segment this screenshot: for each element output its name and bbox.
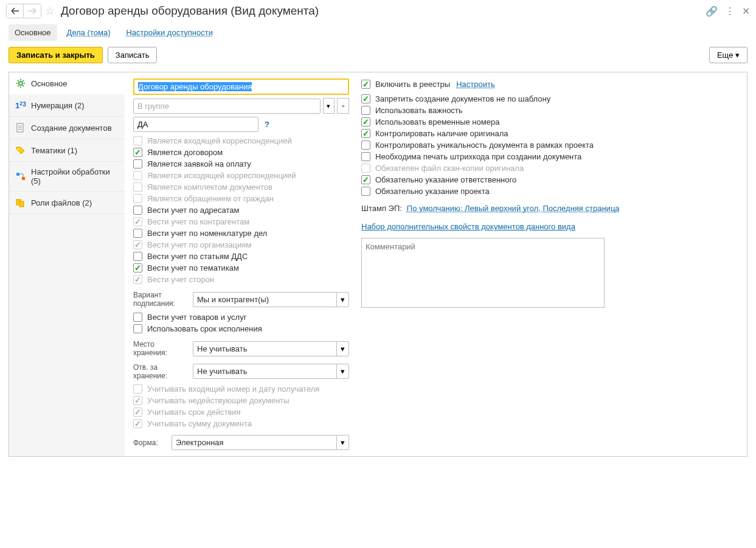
checkbox-label: Учитывать входящий номер и дату получате… [147, 384, 319, 394]
checkbox [133, 136, 142, 145]
sidebar: Основное123Нумерация (2)Создание докумен… [9, 72, 125, 456]
tab-access[interactable]: Настройки доступности [120, 24, 218, 41]
kebab-icon[interactable]: ⋮ [725, 5, 735, 17]
comment-textarea[interactable] [361, 238, 605, 308]
right-checks-row-7: Обязательно указание ответственного [361, 174, 738, 186]
variant-dropdown-button[interactable]: ▾ [337, 292, 349, 307]
checkbox-label: Является обращением от граждан [147, 194, 274, 203]
sidebar-item-4[interactable]: Настройки обработки (5) [9, 162, 125, 192]
include-registry-checkbox[interactable] [361, 80, 370, 89]
checkbox[interactable] [133, 252, 142, 261]
variant-select[interactable]: Мы и контрагент(ы) [193, 292, 337, 307]
sidebar-item-5[interactable]: Роли файлов (2) [9, 192, 125, 214]
svg-text:123: 123 [15, 100, 26, 110]
checkbox[interactable] [361, 129, 370, 138]
form-label: Форма: [133, 439, 167, 447]
variant-label: Вариант подписания: [133, 291, 188, 308]
resp-select[interactable]: Не учитывать [193, 364, 337, 379]
checkbox [133, 171, 142, 180]
tab-files[interactable]: Дела (тома) [61, 24, 117, 41]
checkbox-label: Вести учет по тематикам [147, 263, 239, 272]
group-input[interactable]: В группе [133, 99, 321, 114]
svg-rect-10 [19, 201, 24, 207]
extra-props-link[interactable]: Набор дополнительных свойств документов … [361, 222, 575, 231]
checkbox[interactable] [361, 187, 370, 196]
doc-icon [15, 122, 26, 133]
left-checks3-row-2: Учитывать срок действия [133, 406, 349, 418]
left-checks-row-5: Является обращением от граждан [133, 193, 349, 204]
help-icon[interactable]: ? [265, 120, 269, 129]
configure-link[interactable]: Настроить [456, 80, 495, 89]
checkbox[interactable] [361, 140, 370, 150]
sidebar-item-label: Создание документов [31, 123, 112, 133]
storage-select[interactable]: Не учитывать [193, 341, 337, 356]
resp-dropdown-button[interactable]: ▾ [337, 364, 349, 379]
resp-label: Отв. за хранение: [133, 363, 188, 381]
back-button[interactable] [7, 4, 24, 18]
checkbox[interactable] [361, 175, 370, 184]
save-close-button[interactable]: Записать и закрыть [9, 47, 103, 63]
checkbox-label: Использовать временные номера [375, 117, 499, 127]
gear-icon [15, 78, 26, 89]
checkbox-label: Является входящей корреспонденцией [147, 136, 292, 145]
name-input[interactable]: Договор аренды оборудования [133, 78, 349, 95]
svg-rect-7 [16, 173, 19, 176]
group-open-button[interactable]: ▫ [337, 98, 349, 114]
left-checks-row-10: Вести учет по статьям ДДС [133, 251, 349, 262]
form-select[interactable]: Электронная [172, 435, 337, 450]
left-checks2-row-0: Вести учет товаров и услуг [133, 311, 349, 323]
left-checks-row-0: Является входящей корреспонденцией [133, 135, 349, 147]
tab-main[interactable]: Основное [9, 24, 57, 41]
sidebar-item-3[interactable]: Тематики (1) [9, 139, 125, 162]
forward-button[interactable] [24, 4, 41, 18]
right-checks-row-6: Обязателен файл скан-копии оригинала [361, 162, 738, 174]
left-checks-row-12: Вести учет сторон [133, 274, 349, 285]
storage-dropdown-button[interactable]: ▾ [337, 341, 349, 356]
checkbox[interactable] [361, 117, 370, 127]
sidebar-item-2[interactable]: Создание документов [9, 117, 125, 139]
page-title: Договор аренды оборудования (Вид докумен… [61, 4, 319, 18]
checkbox[interactable] [133, 263, 142, 272]
checkbox-label: Использовать срок исполнения [147, 324, 262, 333]
link-icon[interactable]: 🔗 [706, 5, 718, 17]
more-button[interactable]: Еще ▾ [709, 47, 747, 63]
group-dropdown-button[interactable]: ▾ [323, 98, 335, 114]
sidebar-item-label: Тематики (1) [31, 146, 77, 155]
checkbox [133, 240, 142, 249]
close-icon[interactable]: ✕ [742, 5, 750, 17]
checkbox[interactable] [133, 313, 142, 322]
save-button[interactable]: Записать [108, 47, 158, 63]
checkbox-label: Вести учет товаров и услуг [147, 313, 246, 322]
svg-rect-8 [22, 177, 25, 180]
left-checks-row-9: Вести учет по организациям [133, 239, 349, 251]
sidebar-item-1[interactable]: 123Нумерация (2) [9, 94, 125, 117]
checkbox[interactable] [361, 106, 370, 115]
right-checks-row-0: Запретить создание документов не по шабл… [361, 93, 738, 105]
stamp-link[interactable]: По умолчанию: Левый верхний угол, Послед… [407, 204, 620, 213]
checkbox-label: Вести учет сторон [147, 275, 214, 284]
left-checks3-row-3: Учитывать сумму документа [133, 418, 349, 429]
checkbox[interactable] [133, 229, 142, 238]
flow-icon [15, 171, 26, 182]
checkbox-label: Обязательно указание ответственного [375, 175, 516, 184]
checkbox[interactable] [133, 148, 142, 157]
checkbox-label: Использовать важность [375, 106, 463, 115]
checkbox[interactable] [133, 159, 142, 168]
code-input[interactable] [133, 117, 258, 132]
checkbox[interactable] [361, 152, 370, 161]
form-dropdown-button[interactable]: ▾ [337, 435, 349, 450]
checkbox-label: Вести учет по организациям [147, 240, 251, 249]
arrow-right-icon [29, 8, 36, 14]
left-checks-row-1: Является договором [133, 147, 349, 158]
sidebar-item-label: Настройки обработки (5) [31, 167, 119, 186]
sidebar-item-0[interactable]: Основное [9, 72, 125, 94]
checkbox-label: Вести учет по адресатам [147, 206, 239, 215]
left-checks3-row-1: Учитывать недействующие документы [133, 395, 349, 406]
right-checks-row-3: Контролировать наличие оригинала [361, 128, 738, 139]
checkbox[interactable] [133, 324, 142, 333]
favorite-icon[interactable]: ☆ [45, 4, 55, 18]
checkbox[interactable] [361, 94, 370, 103]
left-checks-row-11: Вести учет по тематикам [133, 262, 349, 274]
checkbox[interactable] [133, 206, 142, 215]
left-checks-row-6: Вести учет по адресатам [133, 204, 349, 216]
